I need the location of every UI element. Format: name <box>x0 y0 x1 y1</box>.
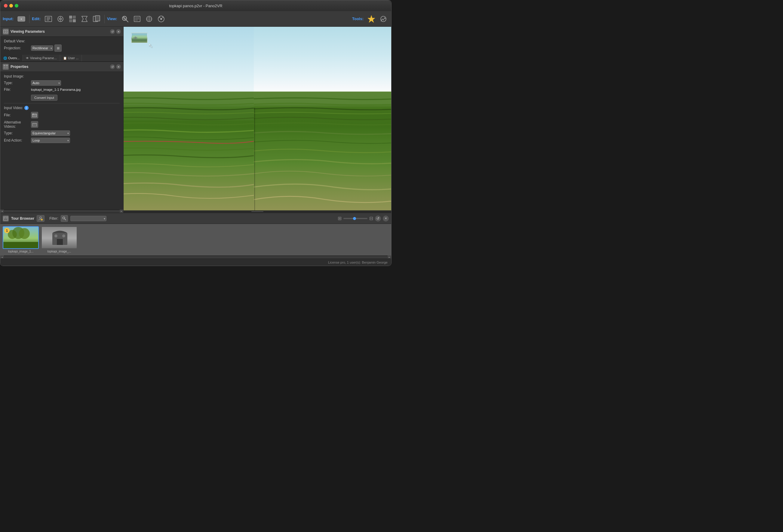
properties-horiz-scroll: ◂ ▸ <box>0 209 123 213</box>
svg-rect-52 <box>4 219 7 219</box>
tour-browser-close-btn[interactable]: ✕ <box>383 215 389 222</box>
viewing-params-refresh-btn[interactable]: ↺ <box>110 29 115 34</box>
svg-rect-48 <box>254 92 391 210</box>
projection-icon-btn[interactable]: ⊞ <box>55 44 62 52</box>
projection-select[interactable]: Rectilinear <box>31 45 53 51</box>
view-btn-3[interactable] <box>144 13 155 24</box>
tour-browser: Tour Browser ▾ Filter: ⊞ <box>0 213 391 259</box>
close-button[interactable] <box>4 4 7 7</box>
tour-browser-label: Tour Browser <box>11 217 34 221</box>
svg-rect-51 <box>6 217 7 219</box>
input-video-info-icon: i <box>24 106 29 110</box>
tour-scroll-track <box>4 256 387 259</box>
tab-overview[interactable]: 🌐 Overv... <box>0 55 23 61</box>
tab-viewing-params[interactable]: 👁 Viewing Parame... <box>23 55 60 61</box>
tab-user[interactable]: 📋 User ... <box>60 55 82 61</box>
toolbar-tools-section: Tools: <box>352 13 389 24</box>
horiz-scroll-track <box>4 210 120 212</box>
svg-point-18 <box>124 18 126 20</box>
properties-close-btn[interactable]: ✕ <box>116 64 121 69</box>
maximize-button[interactable] <box>15 4 18 7</box>
svg-point-32 <box>5 31 7 32</box>
video-file-btn[interactable] <box>31 112 38 119</box>
filter-select[interactable] <box>70 216 106 221</box>
viewer-resize-handle[interactable] <box>124 210 391 213</box>
properties-icon <box>3 64 9 70</box>
thumb-img-bg-2 <box>42 227 77 248</box>
edit-btn-3[interactable] <box>67 13 78 24</box>
svg-rect-38 <box>32 113 34 114</box>
view-label: View: <box>107 16 117 21</box>
thumbnail-image-1: 1 <box>3 226 39 249</box>
end-action-label: End Action: <box>4 138 31 142</box>
video-file-row: File: <box>4 112 120 119</box>
svg-rect-62 <box>3 242 39 249</box>
properties-title: Properties <box>10 65 28 69</box>
input-video-row: Input Video: i <box>4 106 120 110</box>
viewing-params-title: Viewing Parameters <box>10 29 45 34</box>
video-type-label: Type: <box>4 131 31 135</box>
thumbnail-label-2: topkapi_image_... <box>48 250 71 253</box>
viewing-params-close-btn[interactable]: ✕ <box>116 29 121 34</box>
horiz-scroll-right-btn[interactable]: ▸ <box>120 209 123 213</box>
minimize-button[interactable] <box>9 4 13 7</box>
projection-select-wrapper: Rectilinear <box>31 45 53 51</box>
view-btn-4[interactable] <box>156 13 166 24</box>
toolbar-view-section: View: <box>107 13 166 24</box>
tab-viewing-label: Viewing Parame... <box>30 56 57 60</box>
video-file-label: File: <box>4 113 31 117</box>
svg-point-53 <box>40 217 41 219</box>
svg-point-61 <box>19 228 30 239</box>
alt-videos-btn[interactable] <box>31 121 38 128</box>
properties-panel: Properties ↺ ✕ Input Image: Type: Auto <box>0 62 123 213</box>
properties-controls: ↺ ✕ <box>110 64 121 69</box>
view-btn-2[interactable] <box>132 13 143 24</box>
properties-refresh-btn[interactable]: ↺ <box>110 64 115 69</box>
viewing-params-content: Default View: Projection: Rectilinear ⊞ <box>0 37 123 55</box>
horiz-scroll-left-btn[interactable]: ◂ <box>0 209 4 213</box>
svg-line-16 <box>126 20 128 22</box>
svg-rect-10 <box>69 19 72 22</box>
filter-icon-button[interactable] <box>61 215 68 222</box>
list-item[interactable]: topkapi_image_... <box>41 226 77 253</box>
type-select-wrapper: Auto <box>31 80 61 86</box>
video-type-select[interactable]: Equirectangular <box>31 130 70 136</box>
end-action-select-wrapper: Loop <box>31 138 70 143</box>
list-item[interactable]: 1 topkapi_image_1... <box>3 226 39 253</box>
input-video-label: Input Video: <box>4 106 23 110</box>
projection-row: Projection: Rectilinear ⊞ <box>4 44 120 52</box>
input-add-button[interactable]: + <box>16 13 27 24</box>
properties-content: Input Image: Type: Auto File: topkapi_im… <box>0 72 123 209</box>
svg-point-30 <box>381 16 386 22</box>
file-label: File: <box>4 88 31 92</box>
thumbnail-label-1: topkapi_image_1... <box>8 250 34 253</box>
viewing-params-panel: Viewing Parameters ↺ ✕ Default View: Pro… <box>0 27 123 62</box>
edit-btn-4[interactable] <box>79 13 90 24</box>
end-action-select[interactable]: Loop <box>31 138 70 143</box>
viewing-params-icon <box>3 29 9 35</box>
tab-viewing-icon: 👁 <box>26 57 29 60</box>
convert-input-button[interactable]: Convert Input <box>31 95 57 101</box>
default-view-label: Default View: <box>4 39 120 43</box>
input-image-section-title: Input Image: <box>4 74 120 78</box>
view-btn-1[interactable] <box>120 13 130 24</box>
tab-overview-icon: 🌐 <box>3 57 7 60</box>
tour-browser-refresh-btn[interactable]: ↺ <box>375 215 381 222</box>
viewing-params-header-left: Viewing Parameters <box>3 29 45 35</box>
tools-btn-1[interactable] <box>366 13 377 24</box>
thumb-size-slider[interactable] <box>343 218 368 219</box>
panorama-viewer[interactable]: ↖ <box>124 27 391 210</box>
svg-rect-8 <box>69 15 72 19</box>
edit-btn-5[interactable] <box>91 13 102 24</box>
tools-btn-2[interactable] <box>378 13 389 24</box>
edit-btn-2[interactable] <box>55 13 66 24</box>
divider-1 <box>4 103 120 103</box>
svg-rect-47 <box>124 92 254 210</box>
svg-rect-36 <box>6 65 8 66</box>
svg-rect-49 <box>4 217 8 220</box>
edit-btn-1[interactable] <box>43 13 54 24</box>
tour-browser-user-btn[interactable]: ▾ <box>37 215 44 222</box>
filter-label: Filter: <box>49 217 58 221</box>
video-type-select-wrapper: Equirectangular <box>31 130 70 136</box>
type-select[interactable]: Auto <box>31 80 61 86</box>
